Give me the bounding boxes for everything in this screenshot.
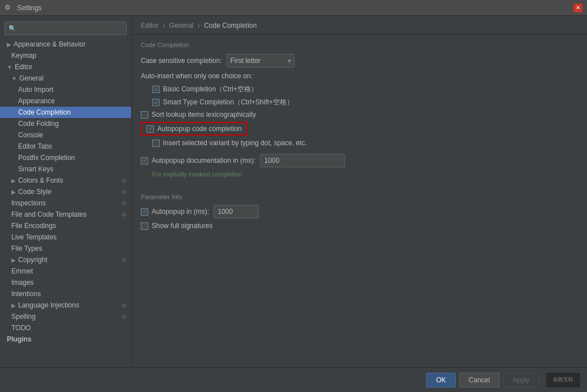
autopopup-doc-label: Autopopup documentation in (ms): (152, 157, 255, 165)
param-autopopup-input[interactable] (213, 205, 259, 218)
sidebar-item-label: File and Code Templates (11, 210, 87, 218)
arrow-icon: ▶ (7, 41, 11, 48)
sidebar-item-editor-tabs[interactable]: Editor Tabs (0, 141, 131, 152)
close-button[interactable]: ✕ (573, 3, 582, 12)
autopopup-code-label: Autopopup code completion (157, 125, 242, 133)
sidebar-item-todo[interactable]: TODO (0, 322, 131, 334)
sidebar-item-label: Live Templates (11, 233, 57, 241)
case-sensitive-label: Case sensitive completion: (141, 57, 222, 65)
param-autopopup-checkbox[interactable] (141, 208, 148, 216)
param-autopopup-row: Autopopup in (ms): (141, 205, 578, 218)
autopopup-code-checkbox[interactable] (146, 125, 154, 133)
sidebar-item-copyright[interactable]: ▶ Copyright ⚙ (0, 254, 131, 265)
sidebar-item-label: Keymap (11, 52, 36, 60)
show-full-signatures-checkbox[interactable] (141, 222, 148, 230)
sidebar-item-label: Appearance & Behavior (14, 40, 86, 48)
case-sensitive-row: Case sensitive completion: All letters F… (141, 54, 578, 68)
sidebar: 🔍 ▶ Appearance & Behavior Keymap ▼ Edito… (0, 16, 132, 367)
sidebar-item-inspections[interactable]: Inspections ⚙ (0, 197, 131, 209)
bottom-bar: OK Cancel Apply 创新互联 (0, 367, 587, 392)
arrow-icon: ▼ (11, 75, 17, 82)
config-icon: ⚙ (121, 302, 127, 309)
autopopup-doc-checkbox[interactable] (141, 157, 148, 165)
sidebar-item-smart-keys[interactable]: Smart Keys (0, 163, 131, 175)
sidebar-item-label: General (19, 74, 44, 82)
sidebar-item-label: Emmet (11, 267, 33, 275)
config-icon: ⚙ (121, 178, 127, 184)
sidebar-item-label: Code Completion (18, 108, 71, 116)
sidebar-item-label: File Types (11, 245, 42, 252)
sidebar-item-label: Code Folding (18, 120, 58, 128)
section-title: Code Completion (141, 41, 578, 48)
sidebar-item-language-injections[interactable]: ▶ Language Injections ⚙ (0, 300, 131, 311)
sidebar-item-auto-import[interactable]: Auto Import (0, 84, 131, 95)
window-title: Settings (17, 4, 582, 12)
sidebar-item-label: Editor (15, 63, 32, 71)
sort-lookup-label: Sort lookup items lexicographically (152, 111, 256, 119)
search-box[interactable]: 🔍 (5, 22, 127, 35)
sidebar-item-keymap[interactable]: Keymap (0, 50, 131, 61)
sidebar-item-code-folding[interactable]: Code Folding (0, 118, 131, 129)
basic-completion-row: Basic Completion（Ctrl+空格） (141, 85, 578, 94)
ok-button[interactable]: OK (426, 373, 455, 387)
smart-type-completion-checkbox[interactable] (152, 99, 160, 106)
sidebar-item-appearance-behavior[interactable]: ▶ Appearance & Behavior (0, 39, 131, 50)
search-icon: 🔍 (9, 25, 16, 32)
sidebar-item-label: File Encodings (11, 222, 56, 230)
sidebar-item-intentions[interactable]: Intentions (0, 288, 131, 300)
sidebar-item-label: Intentions (11, 290, 41, 298)
arrow-icon: ▼ (7, 64, 12, 70)
autopopup-doc-input[interactable] (260, 154, 345, 167)
sidebar-item-plugins[interactable]: Plugins (0, 334, 131, 345)
main-container: 🔍 ▶ Appearance & Behavior Keymap ▼ Edito… (0, 16, 587, 367)
sidebar-item-colors-fonts[interactable]: ▶ Colors & Fonts ⚙ (0, 175, 131, 186)
separator: › (163, 22, 167, 29)
sidebar-item-general[interactable]: ▼ General (0, 73, 131, 84)
smart-type-completion-label: Smart Type Completion（Ctrl+Shift+空格） (163, 98, 294, 107)
sidebar-item-label: Auto Import (18, 86, 53, 94)
sidebar-item-file-types[interactable]: File Types (0, 243, 131, 254)
sidebar-item-file-encodings[interactable]: File Encodings (0, 220, 131, 231)
sidebar-item-file-code-templates[interactable]: File and Code Templates ⚙ (0, 209, 131, 220)
sidebar-item-spelling[interactable]: Spelling ⚙ (0, 311, 131, 322)
arrow-icon: ▶ (11, 257, 16, 263)
sidebar-item-live-templates[interactable]: Live Templates (0, 231, 131, 243)
sidebar-item-label: Editor Tabs (18, 142, 52, 150)
sidebar-item-appearance[interactable]: Appearance (0, 95, 131, 107)
sort-lookup-checkbox[interactable] (141, 111, 148, 119)
config-icon: ⚙ (121, 314, 127, 320)
breadcrumb: Editor › General › Code Completion (132, 16, 587, 35)
case-sensitive-dropdown-wrapper[interactable]: All letters First letter None ▼ (227, 54, 295, 68)
sidebar-item-code-completion[interactable]: Code Completion (0, 107, 131, 118)
title-bar: ⚙ Settings ✕ (0, 0, 587, 16)
insert-selected-row: Insert selected variant by typing dot, s… (141, 139, 578, 147)
sidebar-item-code-style[interactable]: ▶ Code Style ⚙ (0, 186, 131, 197)
sidebar-item-label: Colors & Fonts (18, 176, 63, 184)
case-sensitive-select[interactable]: All letters First letter None (227, 54, 295, 68)
insert-selected-checkbox[interactable] (152, 140, 160, 147)
content-body: Code Completion Case sensitive completio… (132, 35, 587, 240)
basic-completion-checkbox[interactable] (152, 86, 160, 93)
insert-selected-label: Insert selected variant by typing dot, s… (163, 139, 307, 147)
search-input[interactable] (19, 25, 123, 32)
hint-text: For explicitly invoked completion (141, 171, 578, 178)
sidebar-item-console[interactable]: Console (0, 129, 131, 141)
sidebar-item-label: Inspections (11, 199, 46, 207)
sidebar-item-postfix-completion[interactable]: Postfix Completion (0, 152, 131, 163)
smart-type-completion-row: Smart Type Completion（Ctrl+Shift+空格） (141, 98, 578, 107)
sidebar-item-emmet[interactable]: Emmet (0, 265, 131, 277)
apply-button[interactable]: Apply (503, 373, 539, 387)
breadcrumb-general: General (169, 22, 194, 29)
sidebar-item-label: Copyright (18, 256, 47, 264)
cancel-button[interactable]: Cancel (459, 373, 500, 387)
watermark-text: 创新互联 (553, 376, 573, 383)
watermark: 创新互联 (546, 373, 580, 387)
sidebar-item-images[interactable]: Images (0, 277, 131, 288)
config-icon: ⚙ (121, 257, 127, 263)
content-area: Editor › General › Code Completion Code … (132, 16, 587, 367)
auto-insert-label: Auto-insert when only one choice on: (141, 72, 578, 80)
arrow-icon: ▶ (11, 178, 16, 184)
sidebar-item-label: Spelling (11, 313, 36, 321)
sidebar-item-label: Appearance (18, 97, 55, 105)
sidebar-item-editor[interactable]: ▼ Editor (0, 61, 131, 73)
